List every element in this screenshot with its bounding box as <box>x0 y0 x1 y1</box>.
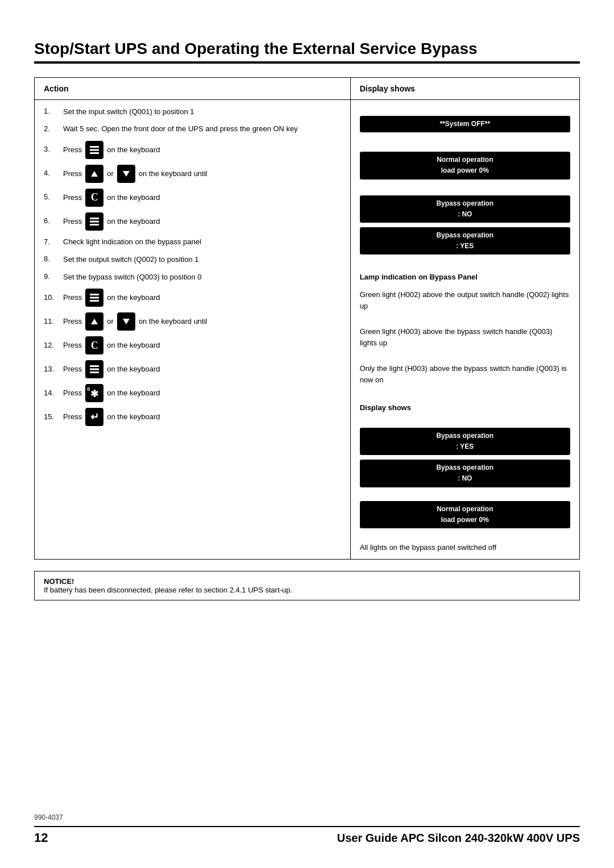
step-10-text-post: on the keyboard <box>107 292 160 303</box>
step-7-num: 7. <box>44 236 60 248</box>
bypass-yes-badge: Bypass operation : YES <box>360 227 570 254</box>
step-15-num: 15. <box>44 411 60 423</box>
bypass-no-badge: Bypass operation : NO <box>360 195 570 223</box>
step-9-text: Set the bypass switch (Q003) to position… <box>63 272 202 283</box>
action-col-header: Action <box>44 84 69 93</box>
step-6-text-pre: Press <box>63 216 82 227</box>
display-spacer-1 <box>360 106 570 111</box>
display-spacer-6 <box>360 353 570 358</box>
page-title: Stop/Start UPS and Operating the Externa… <box>34 40 580 58</box>
bypass-yes2-badge: Bypass operation : YES <box>360 428 570 455</box>
normal-op-badge-3: Normal operation load power 0% <box>360 501 570 528</box>
kbd-enter-icon-15: ↵ <box>85 408 103 426</box>
step-11-text-post: on the keyboard until <box>139 316 208 327</box>
display-spacer-9 <box>360 492 570 496</box>
step-9: 9. Set the bypass switch (Q003) to posit… <box>44 271 341 283</box>
step-5-num: 5. <box>44 191 60 203</box>
step-2-num: 2. <box>44 123 60 135</box>
step-13-num: 13. <box>44 364 60 375</box>
bypass-no2-badge: Bypass operation : NO <box>360 460 570 487</box>
step-4-num: 4. <box>44 168 60 180</box>
step-7: 7. Check light indication on the bypass … <box>44 236 341 248</box>
svg-rect-0 <box>90 146 99 148</box>
step-11: 11. Press or on the keyboard until <box>44 312 341 331</box>
step-2-text: Wait 5 sec. Open the front door of the U… <box>63 123 298 135</box>
normal-op-badge: Normal operation load power 0% <box>360 152 570 179</box>
bypass-no2-val: : NO <box>458 474 472 482</box>
step-4-text-post: on the keyboard until <box>139 168 208 180</box>
step-14: 14. Press 0 ✱ on the keyboard <box>44 384 341 402</box>
step-12-text-post: on the keyboard <box>107 340 160 351</box>
step-8: 8. Set the output switch (Q002) to posit… <box>44 253 341 265</box>
bypass-yes-label: Bypass operation <box>436 231 493 239</box>
step-14-text-pre: Press <box>63 387 82 399</box>
arrow-up-icon <box>91 171 98 177</box>
step-14-num: 14. <box>44 387 60 399</box>
arrow-down-icon <box>123 171 130 177</box>
kbd-menu-icon-6 <box>85 212 103 231</box>
normal-op-line2: load power 0% <box>441 166 489 174</box>
step-3-num: 3. <box>44 144 60 156</box>
svg-rect-8 <box>90 300 99 302</box>
doc-number: 990-4037 <box>34 813 580 821</box>
display-spacer-7 <box>360 390 570 394</box>
step-3: 3. Press on the keyboard <box>44 141 341 159</box>
display-spacer-5 <box>360 316 570 322</box>
svg-rect-9 <box>90 365 99 367</box>
action-column: 1. Set the input switch (Q001) to positi… <box>35 100 351 559</box>
step-6-num: 6. <box>44 215 60 227</box>
lamp-text-2: Green light (H003) above the bypass swit… <box>360 326 570 348</box>
step-8-num: 8. <box>44 253 60 265</box>
action-header-cell: Action <box>35 78 351 99</box>
svg-rect-4 <box>90 220 99 222</box>
bypass-yes2-label: Bypass operation <box>436 432 493 440</box>
step-2: 2. Wait 5 sec. Open the front door of th… <box>44 123 341 135</box>
kbd-menu-icon-10 <box>85 289 103 307</box>
svg-rect-6 <box>90 294 99 295</box>
bypass-no-label: Bypass operation <box>436 199 493 207</box>
step-1-text: Set the input switch (Q001) to position … <box>63 106 194 118</box>
step-5: 5. Press C on the keyboard <box>44 189 341 207</box>
step-12: 12. Press C on the keyboard <box>44 336 341 354</box>
step-10-text-pre: Press <box>63 292 82 303</box>
step-11-text-pre: Press <box>63 316 82 327</box>
step-15-text-post: on the keyboard <box>107 411 160 423</box>
step-1: 1. Set the input switch (Q001) to positi… <box>44 106 341 118</box>
instruction-table: Action Display shows 1. Set the input sw… <box>34 77 580 560</box>
step-4-text-pre: Press <box>63 168 82 180</box>
kbd-menu-icon-13 <box>85 360 103 378</box>
step-4: 4. Press or on the keyboard until <box>44 165 341 183</box>
kbd-up-icon-11 <box>85 312 103 331</box>
footer: 990-4037 12 User Guide APC Silcon 240-32… <box>34 813 580 845</box>
bypass-yes-val: : YES <box>456 242 474 250</box>
normal-op3-line2: load power 0% <box>441 516 489 524</box>
display-column: **System OFF** Normal operation load pow… <box>351 100 579 559</box>
step-11-num: 11. <box>44 316 60 328</box>
main-content: Action Display shows 1. Set the input sw… <box>34 77 580 845</box>
svg-rect-7 <box>90 297 99 298</box>
svg-rect-1 <box>90 149 99 151</box>
svg-rect-11 <box>90 372 99 373</box>
lamp-text-4: All lights on the bypass panel switched … <box>360 542 570 553</box>
kbd-star-icon-14: 0 ✱ <box>85 384 103 402</box>
step-6-text-post: on the keyboard <box>107 216 160 227</box>
step-12-num: 12. <box>44 340 60 352</box>
normal-op-line1: Normal operation <box>437 156 493 164</box>
footer-page-number: 12 <box>34 831 48 845</box>
table-body: 1. Set the input switch (Q001) to positi… <box>35 100 579 559</box>
svg-rect-10 <box>90 368 99 370</box>
step-4-or: or <box>107 168 114 180</box>
display-spacer-8 <box>360 420 570 423</box>
step-12-text-pre: Press <box>63 340 82 351</box>
notice-text: If battery has been disconnected, please… <box>44 586 292 594</box>
step-10: 10. Press on the keyboard <box>44 289 341 307</box>
step-7-text: Check light indication on the bypass pan… <box>63 236 201 248</box>
normal-op3-line1: Normal operation <box>437 505 493 513</box>
display-spacer-3 <box>360 184 570 191</box>
svg-rect-2 <box>90 152 99 154</box>
display-shows-2: Display shows <box>360 402 570 414</box>
step-6: 6. Press on the keyboard <box>44 212 341 231</box>
svg-rect-3 <box>90 218 99 219</box>
table-header: Action Display shows <box>35 78 579 100</box>
display-header-cell: Display shows <box>351 78 579 99</box>
